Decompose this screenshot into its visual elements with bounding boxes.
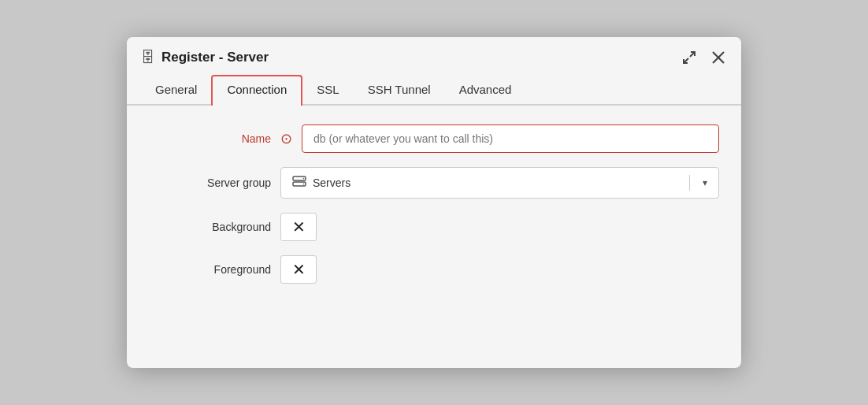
tab-ssh-tunnel[interactable]: SSH Tunnel [354, 76, 445, 104]
foreground-color-picker[interactable]: ✕ [280, 255, 317, 284]
svg-point-6 [303, 178, 305, 180]
chevron-down-icon: ▾ [703, 177, 707, 188]
foreground-row: Foreground ✕ [149, 255, 719, 284]
title-bar-right [680, 48, 727, 67]
register-server-dialog: 🗄 Register - Server General Co [127, 37, 741, 368]
title-bar: 🗄 Register - Server [127, 37, 741, 67]
form-body: Name ⊙ Server group Servers [127, 106, 741, 317]
foreground-x-icon: ✕ [292, 260, 306, 279]
server-group-icon [292, 176, 306, 190]
server-group-divider [689, 175, 690, 191]
server-group-select[interactable]: Servers ▾ [280, 167, 719, 199]
svg-point-7 [303, 184, 305, 185]
name-label: Name [149, 132, 271, 145]
tab-advanced[interactable]: Advanced [445, 76, 526, 104]
server-group-inner: Servers [292, 176, 351, 190]
server-group-label: Server group [149, 176, 271, 189]
close-button[interactable] [710, 49, 727, 66]
tab-ssl[interactable]: SSL [302, 76, 353, 104]
background-color-picker[interactable]: ✕ [280, 213, 317, 241]
dialog-title: Register - Server [161, 50, 269, 65]
tab-general[interactable]: General [141, 76, 211, 104]
name-row: Name ⊙ [149, 124, 719, 153]
server-group-value: Servers [313, 176, 351, 189]
background-x-icon: ✕ [292, 217, 306, 236]
foreground-label: Foreground [149, 263, 271, 276]
server-icon: 🗄 [141, 50, 155, 66]
tab-connection[interactable]: Connection [211, 75, 302, 106]
server-group-row: Server group Servers ▾ [149, 167, 719, 199]
name-input[interactable] [302, 124, 719, 153]
background-row: Background ✕ [149, 213, 719, 241]
title-bar-left: 🗄 Register - Server [141, 50, 269, 66]
tab-bar: General Connection SSL SSH Tunnel Advanc… [127, 67, 741, 106]
expand-button[interactable] [680, 48, 699, 67]
background-label: Background [149, 221, 271, 233]
error-icon: ⊙ [280, 130, 292, 147]
